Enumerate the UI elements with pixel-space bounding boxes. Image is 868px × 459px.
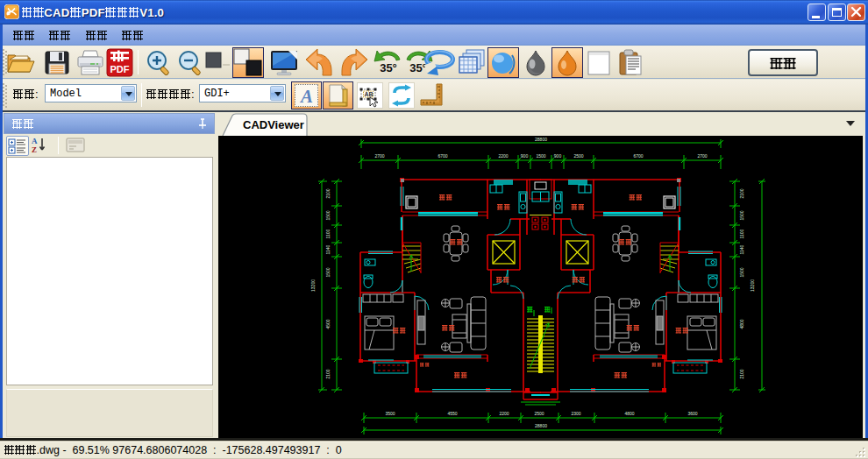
svg-text:4550: 4550 bbox=[447, 411, 457, 416]
svg-text:6700: 6700 bbox=[633, 153, 643, 159]
svg-text:2200: 2200 bbox=[498, 153, 508, 159]
svg-text:1500: 1500 bbox=[739, 210, 744, 220]
svg-text:4500: 4500 bbox=[325, 319, 331, 328]
svg-text:28800: 28800 bbox=[535, 137, 547, 142]
svg-text:Z: Z bbox=[32, 145, 37, 154]
svg-text:1140: 1140 bbox=[739, 244, 744, 254]
svg-text:2200: 2200 bbox=[499, 411, 509, 416]
svg-text:2100: 2100 bbox=[325, 188, 331, 198]
svg-text:4800: 4800 bbox=[624, 411, 634, 416]
svg-text:2700: 2700 bbox=[374, 153, 384, 159]
svg-text:2100: 2100 bbox=[739, 188, 744, 198]
svg-text:1500: 1500 bbox=[325, 210, 331, 220]
svg-text:1100: 1100 bbox=[325, 229, 331, 238]
svg-text:2100: 2100 bbox=[739, 369, 744, 378]
svg-text:1500: 1500 bbox=[739, 267, 744, 277]
svg-text:1500: 1500 bbox=[536, 153, 545, 159]
svg-text:3600: 3600 bbox=[687, 411, 697, 416]
svg-text:1140: 1140 bbox=[325, 244, 331, 254]
svg-text:6700: 6700 bbox=[438, 153, 447, 159]
svg-text:4800: 4800 bbox=[739, 319, 744, 328]
svg-text:35°: 35° bbox=[380, 61, 397, 74]
svg-text:3500: 3500 bbox=[385, 411, 395, 416]
svg-text:13200: 13200 bbox=[310, 279, 316, 292]
svg-text:900: 900 bbox=[554, 153, 562, 159]
svg-text:2500: 2500 bbox=[573, 153, 583, 159]
svg-text:1100: 1100 bbox=[739, 229, 744, 238]
svg-text:900: 900 bbox=[521, 153, 529, 159]
svg-text:A: A bbox=[32, 137, 38, 145]
svg-text:2300: 2300 bbox=[571, 411, 580, 416]
svg-text:28800: 28800 bbox=[535, 423, 547, 428]
svg-text:1500: 1500 bbox=[325, 267, 331, 277]
svg-text:2100: 2100 bbox=[325, 369, 331, 378]
svg-text:AB: AB bbox=[365, 91, 374, 97]
svg-text:PDF: PDF bbox=[110, 64, 130, 74]
svg-text:2700: 2700 bbox=[697, 153, 707, 159]
svg-text:2500: 2500 bbox=[534, 411, 544, 416]
svg-text:13200: 13200 bbox=[750, 279, 755, 292]
